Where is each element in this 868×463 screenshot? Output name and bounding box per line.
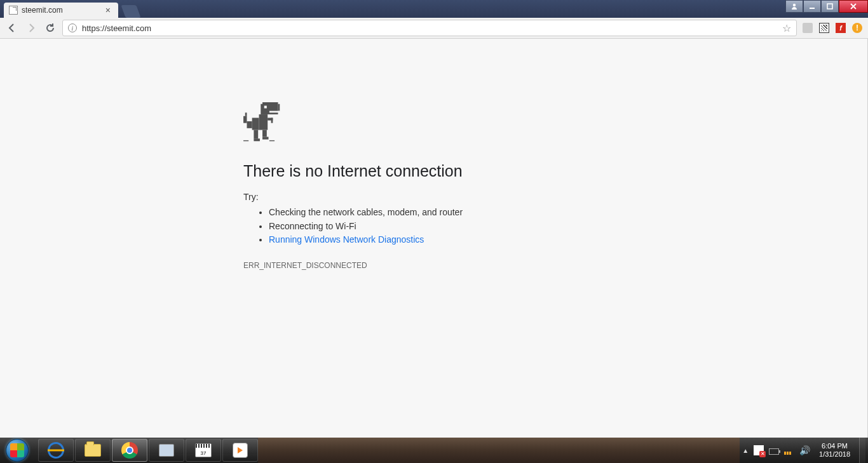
toolbar: i https://steemit.com ☆ f ! <box>0 18 868 39</box>
minimize-button[interactable] <box>803 0 821 13</box>
show-desktop-button[interactable] <box>859 438 865 463</box>
forward-button[interactable] <box>24 21 38 35</box>
svg-rect-16 <box>254 138 260 141</box>
taskbar-app-1[interactable] <box>149 439 184 462</box>
url-text: https://steemit.com <box>82 23 782 33</box>
dino-icon[interactable] <box>243 102 625 143</box>
page-favicon-icon <box>9 6 18 15</box>
windows-orb-icon <box>6 439 29 462</box>
svg-rect-15 <box>254 130 258 139</box>
site-info-icon[interactable]: i <box>68 23 77 32</box>
svg-rect-20 <box>269 140 275 141</box>
taskbar-explorer[interactable] <box>75 439 111 462</box>
tab-title: steemit.com <box>22 6 63 15</box>
svg-rect-18 <box>262 137 269 139</box>
svg-rect-9 <box>252 118 259 130</box>
error-code: ERR_INTERNET_DISCONNECTED <box>243 261 625 270</box>
suggestion-list: Checking the network cables, modem, and … <box>269 206 625 247</box>
clock[interactable]: 6:04 PM 1/31/2018 <box>815 442 854 459</box>
svg-rect-12 <box>245 112 247 116</box>
taskbar-ie[interactable] <box>38 439 74 462</box>
system-tray: ▲ 🔊 6:04 PM 1/31/2018 <box>740 438 868 463</box>
svg-rect-19 <box>243 140 248 141</box>
ie-icon <box>45 440 66 460</box>
start-button[interactable] <box>0 438 34 463</box>
action-center-icon[interactable] <box>754 445 764 455</box>
chrome-icon <box>121 442 138 459</box>
svg-rect-10 <box>247 121 252 128</box>
battery-icon[interactable] <box>769 448 779 455</box>
offline-error-panel: There is no Internet connection Try: Che… <box>243 102 625 270</box>
media-player-icon <box>233 443 248 458</box>
taskbar-calendar[interactable]: 37 <box>186 439 221 462</box>
svg-rect-14 <box>271 118 273 123</box>
clock-date: 1/31/2018 <box>819 450 850 459</box>
calendar-icon: 37 <box>195 443 212 457</box>
user-switch-button[interactable] <box>785 0 803 13</box>
reload-button[interactable] <box>43 21 57 35</box>
window-controls <box>785 0 868 13</box>
extension-warning-icon[interactable]: ! <box>851 22 863 34</box>
svg-rect-8 <box>259 114 268 130</box>
window-close-button[interactable] <box>839 0 868 13</box>
extension-icon-1[interactable] <box>802 22 813 34</box>
extension-icon-2[interactable] <box>818 22 830 34</box>
app-icon <box>159 444 174 457</box>
titlebar: steemit.com × <box>0 0 868 18</box>
volume-icon[interactable]: 🔊 <box>799 445 810 455</box>
suggestion-item: Checking the network cables, modem, and … <box>269 206 625 220</box>
taskbar: 37 ▲ 🔊 6:04 PM 1/31/2018 <box>0 438 868 463</box>
page-viewport: There is no Internet connection Try: Che… <box>0 39 868 438</box>
svg-rect-2 <box>827 4 832 9</box>
taskbar-chrome[interactable] <box>112 439 147 462</box>
try-label: Try: <box>243 192 625 202</box>
folder-icon <box>85 444 101 457</box>
svg-rect-17 <box>262 130 267 137</box>
diagnostics-link[interactable]: Running Windows Network Diagnostics <box>269 234 424 245</box>
maximize-button[interactable] <box>821 0 839 13</box>
address-bar[interactable]: i https://steemit.com ☆ <box>62 20 797 36</box>
taskbar-spacer <box>258 438 740 463</box>
tray-overflow-icon[interactable]: ▲ <box>742 447 749 454</box>
svg-point-0 <box>793 4 796 6</box>
browser-tab[interactable]: steemit.com × <box>4 3 118 18</box>
bookmark-star-icon[interactable]: ☆ <box>782 22 791 34</box>
svg-rect-7 <box>269 111 280 113</box>
new-tab-button[interactable] <box>121 5 140 18</box>
error-heading: There is no Internet connection <box>243 162 625 180</box>
clock-time: 6:04 PM <box>819 442 850 450</box>
svg-rect-5 <box>278 104 280 111</box>
taskbar-media-player[interactable] <box>222 439 258 462</box>
svg-rect-6 <box>264 105 267 108</box>
svg-rect-4 <box>261 104 262 114</box>
svg-rect-11 <box>243 116 247 123</box>
tab-close-icon[interactable]: × <box>103 5 113 15</box>
suggestion-item: Reconnecting to Wi-Fi <box>269 220 625 234</box>
network-icon[interactable] <box>784 446 794 455</box>
tab-strip: steemit.com × <box>0 0 139 18</box>
pinned-apps: 37 <box>34 438 258 463</box>
extension-flash-icon[interactable]: f <box>835 22 846 34</box>
svg-rect-1 <box>810 8 815 9</box>
back-button[interactable] <box>5 21 19 35</box>
